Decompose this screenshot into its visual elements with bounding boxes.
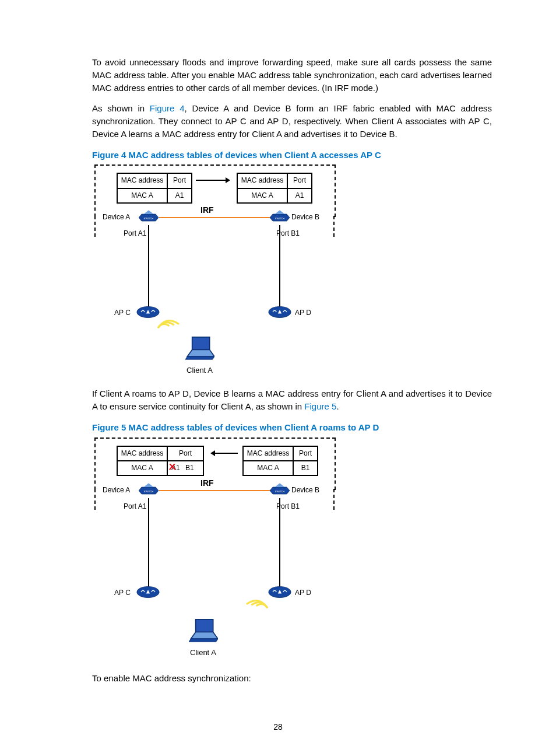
device-a-label: Device A bbox=[103, 212, 130, 222]
tbl-b-h2: Port bbox=[287, 173, 312, 188]
svg-marker-4 bbox=[275, 211, 285, 215]
link-line bbox=[279, 225, 280, 307]
svg-marker-25 bbox=[189, 639, 218, 642]
figure5-diagram: MAC address Port MAC A A1 X B1 MAC addre… bbox=[92, 438, 343, 665]
mac-table-b: MAC address Port MAC A A1 bbox=[237, 173, 312, 204]
tbl-a-r2: A1 X B1 bbox=[167, 461, 203, 475]
tbl-b-h1: MAC address bbox=[243, 446, 293, 461]
port-a1-label: Port A1 bbox=[124, 229, 146, 239]
client-a-label: Client A bbox=[186, 365, 213, 376]
link-line bbox=[148, 498, 149, 587]
switch-icon: SWITCH bbox=[270, 210, 290, 225]
svg-marker-10 bbox=[192, 337, 210, 350]
tbl-a-r1: MAC A bbox=[117, 188, 167, 203]
figure5-caption: Figure 5 MAC address tables of devices w… bbox=[92, 421, 492, 434]
tbl-a-h2: Port bbox=[167, 446, 203, 461]
tbl-a-r1: MAC A bbox=[117, 461, 167, 475]
p3-text-a: If Client A roams to AP D, Device B lear… bbox=[92, 388, 492, 411]
switch-icon: SWITCH bbox=[139, 483, 159, 498]
svg-marker-1 bbox=[144, 211, 154, 215]
page: To avoid unnecessary floods and improve … bbox=[0, 0, 556, 756]
port-a1-label: Port A1 bbox=[124, 502, 146, 512]
paragraph-4: To enable MAC address synchronization: bbox=[92, 672, 492, 685]
svg-text:SWITCH: SWITCH bbox=[144, 217, 154, 220]
ap-d-label: AP D bbox=[295, 308, 311, 318]
ap-c-label: AP C bbox=[114, 308, 131, 318]
svg-text:SWITCH: SWITCH bbox=[275, 217, 285, 220]
tbl-b-r1: MAC A bbox=[237, 188, 287, 203]
client-a-label: Client A bbox=[190, 648, 216, 659]
svg-marker-24 bbox=[191, 632, 218, 639]
mac-table-a: MAC address Port MAC A A1 X B1 bbox=[117, 446, 204, 477]
ap-d-label: AP D bbox=[295, 588, 311, 598]
figure4-caption: Figure 4 MAC address tables of devices w… bbox=[92, 149, 492, 162]
tbl-a-h2: Port bbox=[167, 173, 192, 188]
wifi-signal-icon bbox=[245, 594, 269, 618]
tbl-b-r2: B1 bbox=[293, 461, 318, 475]
sync-arrow-right bbox=[196, 180, 228, 181]
link-line bbox=[148, 225, 149, 307]
svg-marker-11 bbox=[187, 350, 214, 357]
paragraph-3: If Client A roams to AP D, Device B lear… bbox=[92, 387, 492, 413]
paragraph-1: To avoid unnecessary floods and improve … bbox=[92, 56, 492, 94]
ap-c-label: AP C bbox=[114, 588, 131, 598]
device-b-label: Device B bbox=[291, 212, 319, 222]
wifi-signal-icon bbox=[156, 314, 181, 338]
access-point-icon bbox=[136, 306, 160, 318]
device-b-label: Device B bbox=[291, 485, 319, 495]
sync-arrow-left bbox=[212, 453, 238, 454]
access-point-icon bbox=[268, 586, 291, 598]
new-port: B1 bbox=[185, 464, 194, 472]
svg-text:SWITCH: SWITCH bbox=[275, 489, 285, 492]
figure4-link[interactable]: Figure 4 bbox=[150, 103, 185, 113]
mac-table-a: MAC address Port MAC A A1 bbox=[117, 173, 192, 204]
tbl-a-r2: A1 bbox=[167, 188, 192, 203]
link-line bbox=[279, 498, 280, 587]
page-number: 28 bbox=[0, 721, 556, 733]
irf-label: IRF bbox=[200, 204, 214, 216]
figure4-diagram: MAC address Port MAC A A1 MAC address Po… bbox=[92, 164, 343, 380]
p3-text-b: . bbox=[336, 401, 339, 411]
svg-marker-23 bbox=[196, 619, 213, 632]
irf-link-line bbox=[159, 490, 270, 491]
svg-marker-17 bbox=[275, 483, 285, 487]
laptop-icon bbox=[189, 618, 218, 643]
switch-icon: SWITCH bbox=[270, 483, 290, 498]
mac-table-b: MAC address Port MAC A B1 bbox=[242, 446, 318, 477]
tbl-b-h1: MAC address bbox=[237, 173, 287, 188]
tbl-b-r2: A1 bbox=[287, 188, 312, 203]
irf-label: IRF bbox=[200, 477, 214, 489]
switch-icon: SWITCH bbox=[139, 210, 159, 225]
device-a-label: Device A bbox=[103, 485, 130, 495]
tbl-a-h1: MAC address bbox=[117, 446, 167, 461]
irf-link-line bbox=[159, 217, 270, 218]
access-point-icon bbox=[268, 306, 291, 318]
tbl-b-r1: MAC A bbox=[243, 461, 293, 475]
svg-marker-14 bbox=[144, 483, 154, 487]
p2-text-a: As shown in bbox=[92, 103, 150, 113]
strike-icon: X bbox=[169, 461, 176, 473]
laptop-icon bbox=[185, 336, 214, 360]
tbl-a-h1: MAC address bbox=[117, 173, 167, 188]
paragraph-2: As shown in Figure 4, Device A and Devic… bbox=[92, 102, 492, 140]
tbl-b-h2: Port bbox=[293, 446, 318, 461]
access-point-icon bbox=[136, 586, 160, 598]
figure5-link[interactable]: Figure 5 bbox=[304, 401, 336, 411]
svg-text:SWITCH: SWITCH bbox=[144, 489, 154, 492]
svg-marker-12 bbox=[185, 356, 214, 359]
